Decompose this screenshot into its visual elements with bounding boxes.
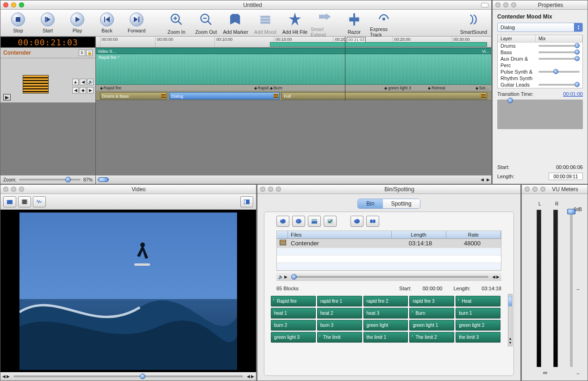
left-icon[interactable]: ◀ — [80, 79, 86, 85]
close-icon[interactable] — [3, 187, 8, 192]
col-length[interactable]: Length — [392, 231, 446, 238]
step-back-icon[interactable]: ◀ — [247, 374, 250, 379]
waveform-button[interactable] — [33, 196, 46, 207]
lock-icon[interactable]: 🔒 — [86, 50, 93, 56]
diamond-icon[interactable]: ◆ — [80, 87, 86, 94]
play-button[interactable]: Play — [63, 12, 91, 33]
block-item[interactable]: ♪Rapid fire — [271, 296, 316, 306]
block-item[interactable]: rapid fire 1 — [317, 296, 362, 306]
zoom-out-button[interactable]: Zoom Out — [192, 11, 220, 35]
stop-button[interactable]: Stop — [4, 12, 32, 33]
audio-track[interactable]: Rapid fire * — [96, 54, 491, 85]
col-files[interactable]: Files — [288, 231, 392, 238]
expand-icon[interactable]: ⇕ — [79, 50, 85, 56]
close-icon[interactable] — [3, 2, 8, 7]
block-item[interactable]: the limit 3 — [456, 332, 500, 343]
minimize-icon[interactable] — [268, 187, 273, 192]
smartsound-button[interactable]: SmartSound — [460, 11, 488, 35]
zoom-icon[interactable] — [19, 187, 24, 192]
block-item[interactable]: green light — [363, 320, 408, 331]
check-button[interactable] — [324, 216, 337, 227]
video-scrubber[interactable]: ◀ ▶ ◀ ▶ — [0, 372, 256, 381]
table-row[interactable]: Contender 03:14:18 48000 — [277, 239, 501, 248]
block-item[interactable]: heat 1 — [271, 308, 316, 319]
close-icon[interactable] — [525, 187, 530, 192]
close-icon[interactable] — [495, 2, 500, 7]
zoom-in-button[interactable]: Zoom In — [163, 11, 190, 35]
mood-block[interactable]: Drums & Bass — [100, 92, 167, 100]
mix-slider[interactable] — [538, 58, 580, 60]
block-scrollbar[interactable]: ▲▼ — [508, 294, 513, 346]
prev-frame-icon[interactable]: ◀ — [2, 374, 6, 379]
up-icon[interactable]: ▲ — [72, 79, 79, 85]
link-button[interactable] — [366, 216, 379, 227]
next-icon[interactable]: ▶ — [87, 87, 94, 94]
remove-file-button[interactable]: − — [292, 216, 305, 227]
block-item[interactable]: ♪Burn — [409, 308, 454, 319]
mix-slider[interactable] — [538, 84, 580, 86]
mix-slider[interactable] — [538, 71, 580, 73]
next-frame-icon[interactable]: ▶ — [6, 374, 10, 379]
mood-select[interactable]: Dialog — [497, 23, 583, 32]
start-button[interactable]: Start — [34, 12, 62, 33]
col-rate[interactable]: Rate — [446, 231, 501, 238]
block-item[interactable]: rapid fire 3 — [409, 296, 454, 306]
mix-slider[interactable] — [538, 51, 580, 53]
video-track[interactable]: Video S… Vi… — [96, 48, 491, 54]
minimize-icon[interactable] — [11, 187, 16, 192]
block-item[interactable]: ♪Heat — [456, 296, 500, 306]
tab-bin[interactable]: Bin — [358, 199, 382, 208]
mood-block-selected[interactable]: Dialog — [169, 92, 280, 100]
mood-track[interactable]: Drums & Bass Dialog Full — [96, 91, 491, 100]
close-icon[interactable] — [260, 187, 265, 192]
add-hit-file-button[interactable]: Add Hit File — [281, 11, 309, 35]
minimize-icon[interactable] — [532, 187, 538, 192]
zoom-slider[interactable] — [19, 179, 81, 181]
view-button[interactable] — [308, 216, 321, 227]
track-play-icon[interactable]: ▶ — [3, 94, 11, 100]
length-input[interactable] — [549, 173, 583, 180]
block-item[interactable]: ♪The limit 2 — [409, 332, 454, 343]
scroll-thumb[interactable] — [98, 177, 109, 182]
tab-spotting[interactable]: Spotting — [383, 199, 420, 208]
time-ruler[interactable]: 00:00:00 00:05:00 00:10:00 00:15:00 00:2… — [96, 37, 491, 48]
block-item[interactable]: burn 1 — [456, 308, 500, 319]
add-file-button[interactable]: + — [276, 216, 289, 227]
block-item[interactable]: heat 3 — [363, 308, 408, 319]
scroll-right-icon[interactable]: ▶ — [485, 177, 491, 182]
sound-icon[interactable]: 🔊 — [87, 79, 94, 85]
zoom-icon[interactable] — [540, 187, 545, 192]
block-item[interactable]: heat 2 — [317, 308, 362, 319]
transition-value[interactable]: 00:01:00 — [563, 91, 583, 97]
block-item[interactable]: burn 3 — [317, 320, 362, 331]
zoom-icon[interactable] — [511, 2, 516, 7]
forward-button[interactable]: Forward — [123, 12, 150, 33]
zoom-icon[interactable] — [19, 2, 24, 7]
back-button[interactable]: Back — [93, 12, 121, 33]
bin-scrubber[interactable]: 🔈 ▶ ◀▶ — [276, 273, 501, 281]
step-fwd-icon[interactable]: ▶ — [251, 374, 254, 379]
film-button[interactable] — [18, 196, 31, 207]
marker-track[interactable]: Rapid fire Rapid… Burn green light 3 Ret… — [96, 85, 491, 91]
block-item[interactable]: the limit 1 — [363, 332, 408, 343]
toolbar-toggle-icon[interactable] — [481, 3, 488, 7]
block-item[interactable]: rapid fire 2 — [363, 296, 408, 306]
prev-icon[interactable]: ◀ — [72, 87, 79, 94]
add-marker-button[interactable]: +Add Marker — [222, 11, 250, 35]
playhead[interactable] — [345, 37, 345, 100]
mix-slider[interactable] — [538, 45, 580, 47]
block-item[interactable]: burn 2 — [271, 320, 316, 331]
scroll-left-icon[interactable]: ◀ — [479, 177, 485, 182]
timeline-scrollbar[interactable]: ◀ ▶ — [96, 175, 491, 184]
block-item[interactable]: green light 3 — [271, 332, 316, 343]
mood-block[interactable]: Full — [281, 92, 487, 100]
range-bar[interactable] — [270, 42, 488, 47]
express-track-button[interactable]: Express Track — [370, 8, 398, 37]
block-item[interactable]: green light 1 — [409, 320, 454, 331]
speaker-icon[interactable]: 🔈 — [278, 275, 283, 279]
razor-button[interactable]: Razor — [340, 11, 368, 35]
detach-button[interactable] — [240, 196, 253, 207]
block-item[interactable]: ♪The limit — [317, 332, 362, 343]
import-video-button[interactable]: + — [3, 196, 16, 207]
play-icon[interactable]: ▶ — [284, 275, 288, 279]
